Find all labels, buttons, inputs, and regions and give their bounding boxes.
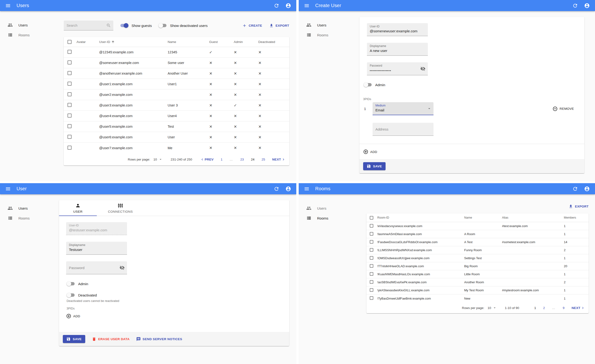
password-field[interactable]: Password ••••••••••••••••	[367, 62, 428, 75]
row-checkbox[interactable]	[68, 113, 71, 118]
send-server-notices-button[interactable]: SEND SERVER NOTICES	[136, 337, 182, 341]
col-room-id[interactable]: Room-ID	[377, 216, 464, 219]
sidebar-item-users[interactable]: Users	[0, 203, 59, 213]
next-page-button[interactable]: NEXT	[272, 157, 285, 161]
col-admin[interactable]: Admin	[230, 40, 255, 44]
account-icon[interactable]	[583, 1, 591, 10]
row-checkbox[interactable]	[68, 92, 71, 96]
row-checkbox[interactable]	[68, 71, 71, 75]
table-row[interactable]: @user3:example.comUser 3✕✓✕	[64, 100, 289, 111]
show-guests-toggle[interactable]: Show guests	[120, 23, 152, 28]
page-button[interactable]: 1	[221, 158, 223, 161]
row-checkbox[interactable]	[370, 264, 373, 268]
remove-threepid-button[interactable]: REMOVE	[552, 106, 574, 112]
table-row[interactable]: @user1:example.comUser1✕✕✕	[64, 79, 289, 90]
displayname-field[interactable]: Displayname A new user	[367, 43, 428, 56]
visibility-off-icon[interactable]	[420, 66, 425, 71]
sidebar-item-rooms[interactable]: Rooms	[0, 30, 59, 40]
table-row[interactable]: !asSBSlsdWEvaXwPk:example.comAnother Roo…	[367, 278, 589, 286]
select-all-checkbox[interactable]	[68, 40, 71, 44]
sidebar-item-rooms[interactable]: Rooms	[299, 213, 358, 223]
col-deactivated[interactable]: Deactivated	[255, 40, 289, 44]
account-icon[interactable]	[284, 185, 292, 193]
row-checkbox[interactable]	[68, 103, 71, 107]
admin-switch[interactable]	[364, 82, 372, 87]
add-threepid-button[interactable]: ADD	[66, 314, 80, 319]
admin-switch[interactable]	[67, 281, 75, 286]
page-button[interactable]: 2	[543, 306, 545, 310]
row-checkbox[interactable]	[68, 60, 71, 64]
account-icon[interactable]	[583, 185, 591, 193]
prev-page-button[interactable]: PREV	[200, 157, 214, 161]
erase-user-data-button[interactable]: ERASE USER DATA	[92, 337, 130, 341]
address-field[interactable]: Address	[373, 123, 433, 136]
table-row[interactable]: !ykAStwxasdwsKkxGILL:example.comMy Test …	[367, 286, 589, 294]
table-row[interactable]: !TTnlslkHHweOLAD:example.comBig Room20	[367, 262, 589, 270]
export-button[interactable]: EXPORT	[568, 204, 589, 209]
sidebar-item-users[interactable]: Users	[299, 20, 358, 30]
next-page-button[interactable]: NEXT	[572, 306, 585, 310]
table-row[interactable]: @user5:example.comTest✕✕✕	[64, 121, 289, 132]
row-checkbox[interactable]	[370, 232, 373, 236]
search-box[interactable]	[64, 21, 113, 30]
row-checkbox[interactable]	[68, 50, 71, 54]
col-name[interactable]: Name	[168, 40, 206, 44]
rows-per-page-select[interactable]: Rows per page: 10	[462, 306, 497, 310]
table-row[interactable]: !OMSDsdweassllUUjjwe:example.comSettings…	[367, 254, 589, 262]
tab-connections[interactable]: CONNECTIONS	[97, 200, 144, 216]
medium-select[interactable]: Medium Email	[373, 102, 433, 115]
password-field[interactable]: Password	[66, 261, 127, 274]
col-name[interactable]: Name	[464, 216, 502, 219]
row-checkbox[interactable]	[370, 248, 373, 252]
page-button[interactable]: 23	[240, 158, 244, 161]
table-row[interactable]: @someuser:example.comSome user✕✕✕	[64, 58, 289, 68]
rows-per-page-select[interactable]: Rows per page: 10	[128, 157, 163, 161]
row-checkbox[interactable]	[68, 124, 71, 128]
sidebar-item-users[interactable]: Users	[299, 203, 358, 213]
table-row[interactable]: @user7:example.comMe✕✕✕	[64, 143, 289, 153]
table-row[interactable]: @12345:example.com12345✓✕✕	[64, 47, 289, 58]
row-checkbox[interactable]	[370, 224, 373, 228]
table-row[interactable]: !lasmnwASmDllasi:example.comA Room1	[367, 230, 589, 238]
show-guests-switch[interactable]	[120, 23, 128, 28]
displayname-field[interactable]: Displayname Testuser	[66, 242, 127, 255]
table-row[interactable]: !KuasNWEMasdHasLOs:example.comLittle Roo…	[367, 270, 589, 278]
visibility-off-icon[interactable]	[120, 265, 125, 270]
save-button[interactable]: SAVE	[63, 335, 85, 343]
table-row[interactable]: !TyBasDmweIJdfFaeBmk:example.comNew1	[367, 294, 589, 302]
menu-icon[interactable]	[4, 1, 12, 10]
menu-icon[interactable]	[303, 1, 311, 10]
show-deactivated-toggle[interactable]: Show deactivated users	[158, 23, 207, 28]
row-checkbox[interactable]	[370, 256, 373, 260]
table-row[interactable]: @user2:example.com✕✕✕	[64, 90, 289, 100]
save-button[interactable]: SAVE	[363, 162, 386, 170]
col-alias[interactable]: Alias	[502, 216, 564, 219]
admin-toggle[interactable]: Admin	[67, 281, 282, 286]
row-checkbox[interactable]	[68, 82, 71, 86]
row-checkbox[interactable]	[68, 146, 71, 150]
col-user-id[interactable]: User-ID	[99, 40, 168, 44]
row-checkbox[interactable]	[370, 280, 373, 284]
tab-user[interactable]: USER	[59, 200, 97, 216]
menu-icon[interactable]	[303, 185, 311, 193]
col-members[interactable]: Members	[564, 216, 589, 219]
row-checkbox[interactable]	[370, 288, 373, 292]
page-button[interactable]: 25	[262, 158, 265, 161]
row-checkbox[interactable]	[370, 296, 373, 300]
row-checkbox[interactable]	[68, 135, 71, 139]
col-guest[interactable]: Guest	[206, 40, 230, 44]
account-icon[interactable]	[284, 1, 292, 10]
sidebar-item-rooms[interactable]: Rooms	[0, 213, 59, 223]
show-deactivated-switch[interactable]	[158, 23, 167, 28]
table-row[interactable]: !LLIMSSNHrhRjsdWNXsd:example.comFunny Ro…	[367, 246, 589, 254]
sidebar-item-users[interactable]: Users	[0, 20, 59, 30]
refresh-icon[interactable]	[571, 185, 579, 193]
table-row[interactable]: !FasdweDssccaGLdsFRddsOl:example.comA Te…	[367, 238, 589, 246]
page-button[interactable]: 9	[563, 306, 565, 310]
search-input[interactable]	[67, 24, 106, 27]
table-row[interactable]: @user4:example.comUser4✕✕✕	[64, 111, 289, 121]
add-threepid-button[interactable]: ADD	[363, 149, 377, 154]
sidebar-item-rooms[interactable]: Rooms	[299, 30, 358, 40]
table-row[interactable]: @user6:example.comUser✕✕✕	[64, 132, 289, 143]
create-button[interactable]: CREATE	[242, 23, 262, 28]
